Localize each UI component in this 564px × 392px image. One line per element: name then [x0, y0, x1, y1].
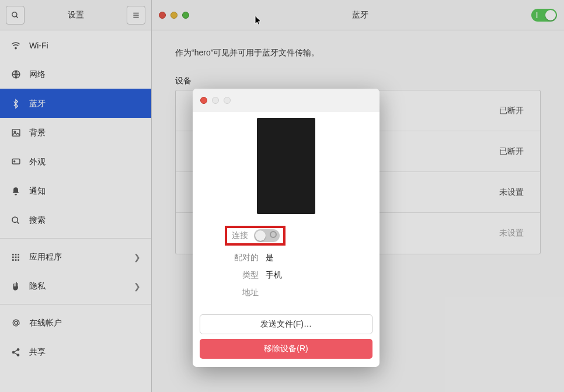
svg-rect-15: [18, 254, 19, 256]
svg-line-26: [15, 350, 18, 352]
svg-rect-16: [12, 256, 14, 258]
address-label: 地址: [225, 288, 266, 298]
hand-icon: [11, 282, 21, 291]
svg-rect-14: [15, 254, 17, 256]
svg-point-10: [13, 161, 15, 162]
bluetooth-icon: [11, 99, 21, 109]
send-files-button[interactable]: 发送文件(F)…: [200, 314, 372, 334]
sidebar-item-label: 通知: [29, 186, 46, 197]
svg-point-24: [12, 351, 15, 354]
svg-point-25: [17, 354, 19, 356]
dialog-close-button[interactable]: [200, 97, 207, 104]
window-maximize-button[interactable]: [182, 12, 189, 19]
address-row: 地址: [225, 284, 347, 302]
svg-point-22: [15, 321, 18, 324]
svg-point-11: [12, 217, 18, 222]
sidebar-item-privacy[interactable]: 隐私 ❯: [0, 271, 151, 300]
svg-line-27: [15, 353, 18, 355]
at-icon: [11, 318, 21, 328]
paired-label: 配对的: [225, 253, 266, 263]
chevron-right-icon: ❯: [134, 253, 141, 262]
menu-button[interactable]: [127, 6, 145, 24]
dialog-actions: 发送文件(F)… 移除设备(R): [193, 311, 380, 367]
svg-rect-18: [18, 256, 19, 258]
toggle-on-indicator: |: [536, 11, 538, 18]
dialog-body: 连接 配对的 是 类型 手机 地址: [193, 112, 380, 311]
svg-rect-17: [15, 256, 17, 258]
device-status: 未设置: [499, 187, 524, 198]
sidebar-item-label: 共享: [29, 347, 46, 358]
globe-icon: [11, 69, 21, 79]
sidebar-item-online-accounts[interactable]: 在线帐户: [0, 308, 151, 337]
toggle-knob: [545, 10, 556, 20]
device-status: 未设置: [499, 228, 524, 239]
wifi-icon: [11, 40, 21, 51]
chevron-right-icon: ❯: [134, 282, 141, 291]
bluetooth-master-toggle[interactable]: |: [531, 9, 557, 22]
connect-label: 连接: [228, 230, 248, 241]
toggle-off-indicator: [270, 231, 277, 238]
connect-row: 连接: [225, 222, 347, 249]
sidebar-item-search[interactable]: 搜索: [0, 205, 151, 235]
sidebar-item-applications[interactable]: 应用程序 ❯: [0, 242, 151, 271]
svg-point-23: [17, 348, 19, 351]
sidebar-item-label: Wi-Fi: [29, 41, 48, 50]
window-minimize-button[interactable]: [170, 12, 177, 19]
paired-value: 是: [266, 253, 347, 263]
sidebar-item-wifi[interactable]: Wi-Fi: [0, 30, 151, 60]
sidebar-divider: [0, 304, 151, 304]
settings-sidebar: 设置 Wi-Fi 网络 蓝牙 背景 外观 通知: [0, 0, 152, 392]
sidebar-item-bluetooth[interactable]: 蓝牙: [0, 89, 151, 118]
sidebar-item-sharing[interactable]: 共享: [0, 337, 151, 366]
type-label: 类型: [225, 270, 266, 281]
svg-line-1: [16, 16, 18, 18]
page-title: 蓝牙: [189, 10, 531, 20]
window-controls: [159, 12, 189, 19]
svg-point-0: [12, 12, 17, 16]
remove-device-button[interactable]: 移除设备(R): [200, 339, 372, 359]
sidebar-item-label: 外观: [29, 157, 46, 167]
svg-rect-19: [12, 259, 14, 261]
device-status: 已断开: [499, 106, 524, 116]
main-header: 蓝牙 |: [152, 0, 564, 30]
svg-rect-13: [12, 254, 14, 256]
sidebar-item-background[interactable]: 背景: [0, 118, 151, 147]
sidebar-item-label: 在线帐户: [29, 318, 62, 328]
device-details-dialog: 连接 配对的 是 类型 手机 地址 发送文件(F)…: [193, 89, 380, 367]
sidebar-item-label: 背景: [29, 128, 46, 138]
sidebar-item-label: 隐私: [29, 281, 46, 292]
sidebar-item-network[interactable]: 网络: [0, 60, 151, 89]
highlight-annotation: 连接: [225, 226, 286, 246]
sidebar-item-label: 蓝牙: [29, 99, 46, 109]
devices-heading: 设备: [175, 76, 541, 86]
sidebar-header: 设置: [0, 0, 151, 30]
sidebar-item-notifications[interactable]: 通知: [0, 176, 151, 205]
device-status: 已断开: [499, 146, 524, 157]
search-button[interactable]: [6, 6, 25, 24]
svg-line-12: [17, 222, 19, 223]
type-value: 手机: [266, 270, 347, 281]
window-close-button[interactable]: [159, 12, 166, 19]
type-row: 类型 手机: [225, 267, 347, 284]
sidebar-item-label: 应用程序: [29, 252, 62, 262]
svg-rect-21: [18, 259, 19, 261]
search-icon: [11, 216, 21, 225]
bell-icon: [11, 187, 21, 196]
sidebar-list: Wi-Fi 网络 蓝牙 背景 外观 通知 搜索 应用程序: [0, 30, 151, 392]
svg-rect-20: [15, 259, 17, 261]
appearance-icon: [11, 157, 21, 167]
sidebar-item-appearance[interactable]: 外观: [0, 147, 151, 176]
svg-point-5: [15, 47, 16, 48]
toggle-knob: [255, 230, 266, 241]
connect-toggle[interactable]: [254, 229, 280, 242]
share-icon: [11, 348, 21, 357]
image-icon: [11, 128, 21, 138]
search-icon: [11, 11, 19, 19]
apps-icon: [11, 253, 21, 262]
visibility-text: 作为“hero”可见并可用于蓝牙文件传输。: [175, 48, 541, 58]
dialog-titlebar: [193, 89, 380, 112]
device-thumbnail: [257, 118, 315, 214]
dialog-minimize-button: [212, 97, 219, 104]
paired-row: 配对的 是: [225, 249, 347, 267]
svg-rect-7: [12, 130, 20, 136]
